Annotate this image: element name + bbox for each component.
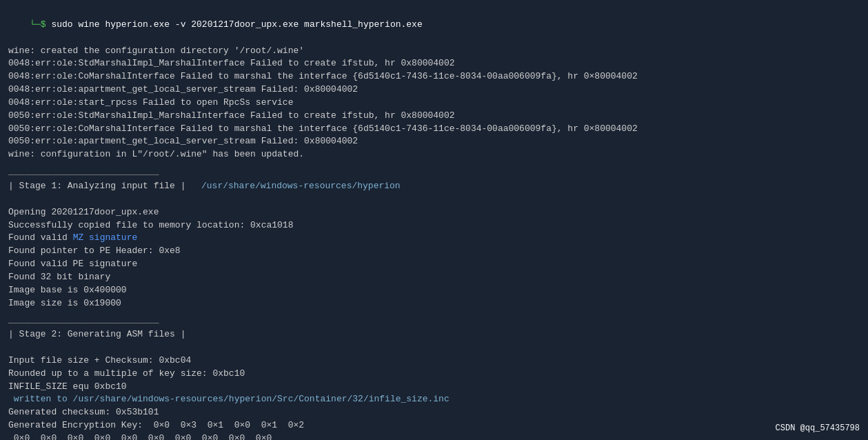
stage2-checksum: Generated checksum: 0x53b101 bbox=[8, 406, 860, 419]
wine-config-line: wine: created the configuration director… bbox=[8, 45, 860, 58]
err-line-4: 0048:err:ole:start_rpcss Failed to open … bbox=[8, 97, 860, 110]
stage1-copied: Successfully copied file to memory locat… bbox=[8, 219, 860, 232]
prompt-symbol: └─$ bbox=[30, 19, 46, 30]
watermark: CSDN @qq_57435798 bbox=[776, 423, 860, 433]
stage1-pe-ptr: Found pointer to PE Header: 0xe8 bbox=[8, 245, 860, 258]
mz-text: MZ signature bbox=[73, 232, 138, 243]
stage1-opening: Opening 20201217door_upx.exe bbox=[8, 206, 860, 219]
wine-updated-line: wine: configuration in L"/root/.wine" ha… bbox=[8, 148, 860, 161]
command-line: └─$ sudo wine hyperion.exe -v 20201217do… bbox=[8, 6, 860, 45]
stage1-blank bbox=[8, 193, 860, 206]
stage1-divider: ____________________________ bbox=[8, 166, 860, 179]
stage2-enc-key2: 0×0 0×0 0×0 0×0 0×0 0×0 0×0 0×0 0×0 0×0 bbox=[8, 432, 860, 440]
err-line-7: 0050:err:ole:apartment_get_local_server_… bbox=[8, 135, 860, 148]
stage1-32bit: Found 32 bit binary bbox=[8, 271, 860, 284]
stage2-infile-size-equ: INFILE_SIZE equ 0xbc10 bbox=[8, 381, 860, 394]
stage1-header: | Stage 1: Analyzing input file | bbox=[8, 180, 185, 193]
stage1-pe-sig: Found valid PE signature bbox=[8, 258, 860, 271]
err-line-2: 0048:err:ole:CoMarshalInterface Failed t… bbox=[8, 70, 860, 83]
err-line-5: 0050:err:ole:StdMarshalImpl_MarshalInter… bbox=[8, 110, 860, 123]
err-line-1: 0048:err:ole:StdMarshalImpl_MarshalInter… bbox=[8, 57, 860, 70]
stage2-blank bbox=[8, 341, 860, 354]
stage2-infile-size-path: written to /usr/share/windows-resources/… bbox=[8, 393, 860, 406]
stage2-header: | Stage 2: Generating ASM files | bbox=[8, 328, 860, 341]
stage1-header-container: | Stage 1: Analyzing input file | /usr/s… bbox=[8, 180, 185, 193]
stage2-filesize: Input file size + Checksum: 0xbc04 bbox=[8, 354, 860, 368]
stage2-enc-key: Generated Encryption Key: 0×0 0×3 0×1 0×… bbox=[8, 419, 860, 432]
stage1-mz: Found valid MZ signature bbox=[8, 232, 860, 245]
terminal-window: └─$ sudo wine hyperion.exe -v 20201217do… bbox=[0, 0, 868, 440]
stage-1-block: ____________________________ | Stage 1: … bbox=[8, 166, 860, 310]
stage-2-block: ____________________________ | Stage 2: … bbox=[8, 314, 860, 440]
stage1-imgsize: Image size is 0x19000 bbox=[8, 297, 860, 310]
stage2-rounded: Rounded up to a multiple of key size: 0x… bbox=[8, 368, 860, 381]
stage2-divider: ____________________________ bbox=[8, 314, 860, 327]
stage1-imgbase: Image base is 0x400000 bbox=[8, 284, 860, 297]
stage1-path-overlay: /usr/share/windows-resources/hyperion bbox=[201, 180, 401, 193]
err-line-6: 0050:err:ole:CoMarshalInterface Failed t… bbox=[8, 123, 860, 136]
command-text: sudo wine hyperion.exe -v 20201217door_u… bbox=[46, 19, 423, 30]
err-line-3: 0048:err:ole:apartment_get_local_server_… bbox=[8, 83, 860, 97]
